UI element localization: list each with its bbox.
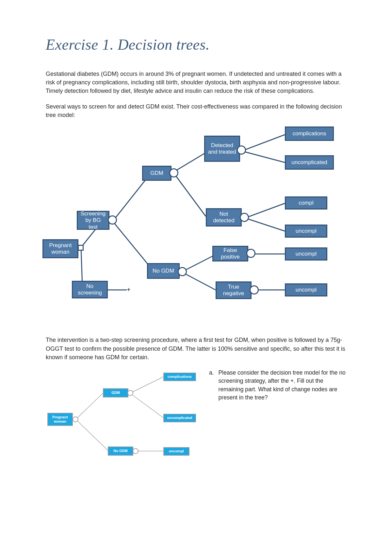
node-compl: compl (285, 196, 327, 210)
chance-node-icon (127, 390, 133, 396)
node-uncompl-c: uncompl (285, 283, 327, 296)
page-title: Exercise 1. Decision trees. (46, 36, 346, 53)
node-detected: Detected and treated (204, 136, 240, 162)
node-complications: complications (285, 126, 334, 141)
node-false-positive: False positive (212, 246, 248, 261)
svg-line-10 (245, 218, 285, 231)
node2-no-gdm: No GDM (108, 446, 133, 456)
chance-node-icon (108, 215, 117, 225)
decision-tree-main: Pregnant woman Screening by BG test No s… (42, 126, 343, 329)
svg-line-7 (242, 135, 285, 151)
node-no-screening: No screening (72, 281, 108, 298)
svg-line-18 (130, 393, 163, 418)
chance-node-icon (178, 267, 187, 276)
decision-marker-icon (78, 245, 84, 251)
chance-node-icon (133, 448, 139, 454)
node-uncomplicated: uncomplicated (285, 155, 334, 170)
node-no-gdm: No GDM (147, 263, 180, 279)
node2-uncompl: uncompl (163, 447, 189, 456)
chance-node-icon (240, 213, 249, 222)
plus-icon: + (127, 286, 131, 294)
decision-tree-secondary: Pregnant woman GDM No GDM complications … (46, 369, 199, 467)
intro-paragraph-1: Gestational diabetes (GDM) occurs in aro… (46, 70, 346, 95)
question-column: a. Please consider the decision tree mod… (209, 369, 346, 402)
node-not-detected: Not detected (206, 208, 242, 227)
node-pregnant-woman: Pregnant woman (42, 239, 78, 258)
node-screening: Screening by BG test (77, 211, 109, 230)
svg-line-17 (130, 377, 163, 393)
svg-line-9 (245, 203, 285, 218)
document-page: Exercise 1. Decision trees. Gestational … (0, 0, 392, 555)
lower-row: Pregnant woman GDM No GDM complications … (46, 369, 346, 467)
node2-uncomplicated: uncomplicated (163, 414, 196, 422)
chance-node-icon (237, 145, 246, 155)
svg-line-12 (182, 272, 216, 290)
chance-node-icon (169, 168, 178, 177)
chance-node-icon (73, 416, 78, 422)
chance-node-icon (246, 249, 255, 258)
node-uncompl-b: uncompl (285, 247, 327, 261)
middle-paragraph: The intervention is a two-step screening… (46, 336, 346, 361)
svg-line-8 (242, 151, 285, 162)
node-uncompl-a: uncompl (285, 225, 327, 238)
svg-line-6 (173, 172, 206, 216)
node2-gdm: GDM (103, 388, 128, 397)
svg-line-15 (76, 393, 103, 419)
chance-node-icon (250, 285, 259, 294)
node-gdm: GDM (142, 166, 172, 181)
svg-line-5 (173, 153, 206, 172)
svg-line-2 (113, 174, 150, 221)
intro-paragraph-2: Several ways to screen for and detect GD… (46, 102, 346, 119)
question-letter: a. (209, 369, 214, 402)
svg-line-1 (81, 247, 82, 285)
node-true-negative: True negative (216, 281, 252, 299)
node2-pregnant-woman: Pregnant woman (47, 413, 73, 426)
svg-line-16 (76, 419, 108, 450)
node2-complications: complications (163, 373, 196, 381)
question-text: Please consider the decision tree model … (219, 369, 346, 402)
